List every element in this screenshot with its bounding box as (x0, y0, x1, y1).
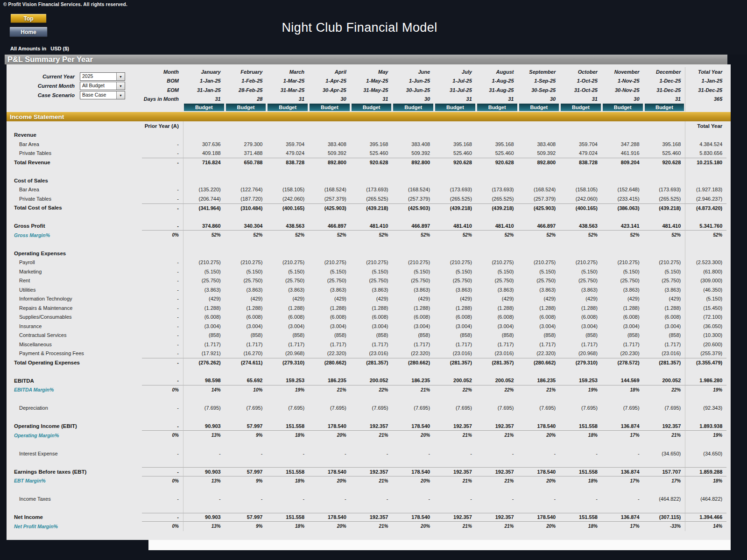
value-cell (225, 240, 267, 249)
value-cell: (281.357) (476, 358, 518, 367)
value-cell: (439.218) (644, 203, 686, 213)
value-cell: (20.230) (602, 349, 644, 358)
budget-badge: Budget (184, 104, 224, 111)
value-cell (267, 458, 309, 468)
value-cell: (210.275) (392, 258, 434, 267)
budget-cell: Budget (644, 103, 686, 112)
value-cell (602, 458, 644, 468)
value-cell: - (476, 495, 518, 504)
value-cell: 18% (560, 476, 602, 486)
value-cell (476, 485, 518, 495)
table-row: Operating Expenses (7, 249, 731, 258)
total-year-cell (685, 131, 726, 140)
value-cell: 17% (602, 476, 644, 486)
prior-year-cell: - (142, 376, 183, 385)
table-row: Operating Margin%0%13%9%18%20%21%20%21%2… (7, 431, 731, 440)
value-cell: 20% (392, 431, 434, 440)
value-cell (602, 485, 644, 495)
value-cell: (5.150) (518, 267, 560, 276)
value-cell: 151.558 (560, 467, 602, 476)
prior-year-cell: - (142, 140, 183, 149)
prior-year-cell: - (142, 467, 183, 476)
value-cell: 466.897 (518, 222, 560, 231)
value-cell: 52% (518, 231, 560, 240)
value-cell: 509.392 (309, 149, 351, 158)
value-cell (392, 121, 434, 131)
value-cell (644, 121, 686, 131)
value-cell: 57.997 (225, 422, 267, 431)
row-label (7, 504, 142, 513)
row-label: Total Operating Expenses (7, 358, 142, 367)
total-year-cell: (5.150) (685, 294, 726, 304)
value-cell (351, 121, 393, 131)
table-row: Miscellaneous-(1.717)(1.717)(1.717)(1.71… (7, 340, 731, 349)
value-cell: 19% (267, 385, 309, 395)
prior-year-cell: - (142, 322, 183, 331)
value-cell: (3.004) (602, 322, 644, 331)
value-cell: - (560, 495, 602, 504)
month-header-cell: February (225, 67, 267, 76)
value-cell: (425.903) (309, 203, 351, 213)
value-cell (602, 367, 644, 377)
value-cell (351, 249, 393, 258)
prior-year-cell: 0% (142, 385, 183, 395)
value-cell: (3.863) (518, 285, 560, 294)
total-year-cell: (20.600) (685, 340, 726, 349)
total-year-cell: 1.893.938 (685, 422, 726, 431)
value-cell: (233.415) (602, 194, 644, 203)
value-cell (434, 176, 476, 185)
value-cell: 18% (267, 522, 309, 531)
value-cell: 22% (476, 385, 518, 395)
spacer-cell (685, 103, 726, 112)
value-cell: 21% (351, 431, 393, 440)
month-header-row: MonthJanuaryFebruaryMarchAprilMayJuneJul… (7, 67, 731, 76)
prior-year-cell: - (142, 158, 183, 167)
value-cell (351, 367, 393, 377)
value-cell: 307.636 (183, 140, 225, 149)
row-label (7, 413, 142, 422)
value-cell: (168.524) (392, 185, 434, 195)
value-cell: 52% (560, 231, 602, 240)
value-cell: 481.410 (644, 222, 686, 231)
month-header-cell: March (267, 67, 309, 76)
value-cell (309, 249, 351, 258)
value-cell: (23.016) (351, 349, 393, 358)
value-cell: (6.008) (434, 313, 476, 322)
total-year-cell: (2.523.300) (685, 258, 726, 267)
value-cell: (3.004) (476, 322, 518, 331)
value-cell: 395.168 (476, 140, 518, 149)
value-cell (183, 458, 225, 468)
row-label (7, 167, 142, 176)
value-cell: (23.016) (434, 349, 476, 358)
value-cell: 151.558 (267, 513, 309, 522)
value-cell (351, 212, 393, 222)
value-cell (309, 394, 351, 404)
value-cell: (1.717) (434, 340, 476, 349)
row-label: Bar Area (7, 185, 142, 195)
total-year-cell: 10.215.180 (685, 158, 726, 167)
month-header-cell: September (518, 67, 560, 76)
value-cell (476, 240, 518, 249)
value-cell: 159.253 (560, 376, 602, 385)
value-cell: (7.695) (309, 404, 351, 413)
value-cell: (265.525) (351, 194, 393, 203)
spacer-row (7, 212, 731, 222)
value-cell: (6.008) (560, 313, 602, 322)
prior-year-cell (142, 212, 183, 222)
row-label: Private Tables (7, 194, 142, 203)
table-row: Rent-(25.750)(25.750)(25.750)(25.750)(25… (7, 276, 731, 286)
value-cell (602, 121, 644, 131)
value-cell: (3.863) (392, 285, 434, 294)
value-cell: (210.275) (476, 258, 518, 267)
month-header-cell: 31 (434, 95, 476, 103)
value-cell: 151.558 (267, 467, 309, 476)
month-header-cell: 1-May-25 (351, 76, 393, 85)
value-cell: 178.540 (309, 467, 351, 476)
value-cell: (1.717) (476, 340, 518, 349)
value-cell: (1.717) (183, 340, 225, 349)
value-cell: (210.275) (225, 258, 267, 267)
prior-year-cell (142, 413, 183, 422)
value-cell: - (392, 495, 434, 504)
value-cell: 192.357 (644, 422, 686, 431)
value-cell: (173.693) (434, 185, 476, 195)
